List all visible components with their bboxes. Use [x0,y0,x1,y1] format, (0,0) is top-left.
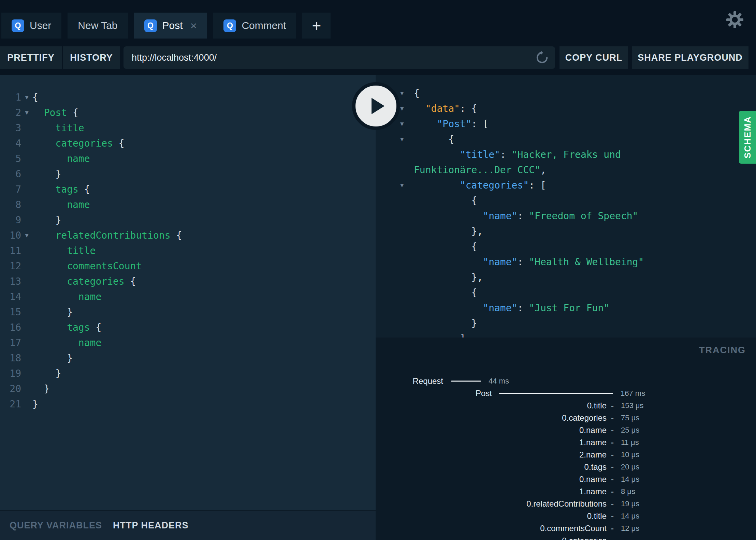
code-text: } [414,318,477,329]
tab-label: Post [162,20,183,31]
query-line: 7 tags { [0,182,376,197]
trace-span-label: 0.tags [584,462,607,472]
code-text: name [32,289,101,304]
trace-span-row: 0.categories-75 μs [376,412,756,424]
tab-post[interactable]: QPost× [134,13,207,39]
line-number: 5 [0,151,21,166]
trace-dash: - [611,425,614,435]
trace-span-row: 2.name-10 μs [376,449,756,461]
fold-toggle-icon[interactable]: ▾ [21,105,32,120]
response-line: "name": "Health & Wellbeing" [376,254,756,270]
query-variables-tab[interactable]: QUERY VARIABLES [10,520,102,531]
new-tab-button[interactable]: + [302,13,331,39]
response-line: ▾ "Post": [ [376,116,756,132]
reload-icon[interactable] [535,51,549,64]
response-line: Funktionäre...Der CCC", [376,162,756,178]
graphql-playground: QUserNew TabQPost×QComment + [0,0,756,540]
trace-dash: - [611,487,614,496]
code-text: { [414,134,454,145]
code-text: { [414,88,420,99]
trace-span-row: Request44 ms [376,375,756,387]
trace-span-row: 0.tags-20 μs [376,461,756,473]
trace-span-row: 1.name-8 μs [376,485,756,498]
trace-duration-value: 10 μs [621,450,639,459]
query-line: 6 } [0,166,376,182]
line-number: 13 [0,274,21,289]
code-text: relatedContributions { [32,228,182,243]
trace-duration-value: 19 μs [621,499,639,508]
fold-toggle-icon[interactable]: ▾ [21,90,32,105]
response-line: ▾{ [376,86,756,101]
execute-query-button[interactable] [352,82,400,130]
query-line: 17 name [0,335,376,350]
response-viewer: ▾{▾ "data": {▾ "Post": [▾ { "title": "Ha… [376,75,756,338]
response-line: ▾ "data": { [376,101,756,116]
fold-toggle-icon[interactable]: ▾ [21,228,32,243]
code-text: name [32,197,90,212]
tab-comment[interactable]: QComment [213,13,296,39]
query-line: 4 categories { [0,136,376,151]
code-text: "Post": [ [414,118,489,130]
query-line: 19 } [0,366,376,381]
query-line: 15 } [0,304,376,320]
tab-user[interactable]: QUser [1,13,61,39]
line-number: 17 [0,335,21,350]
response-line: ▾ "categories": [ [376,178,756,193]
fold-toggle-icon[interactable]: ▾ [400,178,404,193]
fold-toggle-icon[interactable]: ▾ [400,116,404,132]
tracing-title: TRACING [699,345,746,356]
code-text: } [32,350,73,366]
fold-toggle-icon [21,396,32,412]
share-playground-button[interactable]: SHARE PLAYGROUND [632,46,748,69]
line-number: 12 [0,258,21,274]
url-bar [123,46,555,69]
code-text: } [32,381,50,396]
trace-dash: - [611,536,614,540]
code-text: "name": "Health & Wellbeing" [414,256,644,268]
toolbar: PRETTIFY HISTORY COPY CURL SHARE PLAYGRO… [0,46,756,69]
close-tab-icon[interactable]: × [190,20,197,31]
code-text: }, [414,272,483,283]
fold-toggle-icon[interactable]: ▾ [400,86,404,101]
history-button[interactable]: HISTORY [63,46,120,69]
settings-gear-icon[interactable] [726,11,744,29]
trace-span-label: 0.commentsCount [540,524,607,533]
response-line: "title": "Hacker, Freaks und [376,147,756,162]
copy-curl-button[interactable]: COPY CURL [559,46,628,69]
query-editor[interactable]: 1▾{2▾ Post {3 title4 categories {5 name6… [0,75,376,510]
trace-span-label: 0.title [587,401,607,410]
header: QUserNew TabQPost×QComment + [0,0,756,75]
fold-toggle-icon [21,212,32,228]
trace-span-row: 0.title-153 μs [376,400,756,412]
prettify-button[interactable]: PRETTIFY [0,46,62,69]
url-input[interactable] [123,46,535,69]
tab-new-tab[interactable]: New Tab [68,13,128,39]
schema-tab-button[interactable]: SCHEMA [739,111,756,164]
response-line: }, [376,224,756,239]
trace-duration-value: 14 μs [621,512,639,521]
trace-rows: Request44 msPost167 ms0.title-153 μs0.ca… [376,375,756,540]
line-number: 3 [0,120,21,136]
play-icon [372,98,384,114]
line-number: 4 [0,136,21,151]
fold-toggle-icon[interactable]: ▾ [400,101,404,116]
query-badge-icon: Q [12,19,24,32]
line-number: 1 [0,90,21,105]
code-text: { [32,90,38,105]
http-headers-tab[interactable]: HTTP HEADERS [113,520,189,531]
fold-toggle-icon[interactable]: ▾ [400,132,404,147]
fold-toggle-icon [21,166,32,182]
trace-dash: - [611,475,614,484]
trace-duration-value: 11 μs [621,438,639,447]
query-line: 20 } [0,381,376,396]
code-text: } [32,366,61,381]
fold-toggle-icon [21,182,32,197]
trace-dash: - [611,438,614,447]
line-number: 16 [0,320,21,335]
query-line: 8 name [0,197,376,212]
trace-duration-value: 25 μs [621,426,639,435]
tab-label: New Tab [78,20,117,31]
code-text: "name": "Just For Fun" [414,302,609,314]
line-number: 11 [0,243,21,258]
code-text: title [32,120,84,136]
